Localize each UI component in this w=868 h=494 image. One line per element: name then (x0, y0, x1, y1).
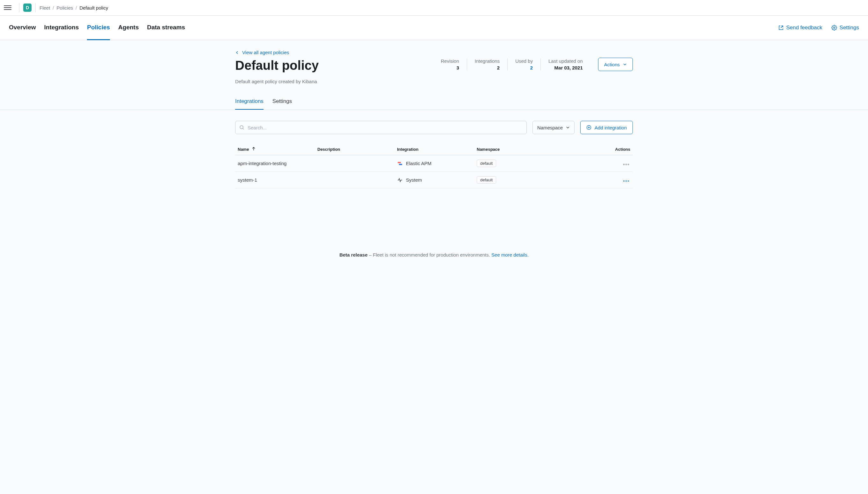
table-row: system-1 System default (235, 172, 633, 188)
settings-label: Settings (840, 24, 859, 31)
meta-integrations: Integrations 2 (467, 58, 508, 71)
meta-value: 2 (475, 65, 500, 71)
nav-bar: Overview Integrations Policies Agents Da… (0, 16, 868, 40)
svg-point-1 (240, 126, 243, 129)
sub-tab-settings[interactable]: Settings (272, 94, 292, 110)
tab-data-streams[interactable]: Data streams (147, 16, 185, 40)
add-integration-button[interactable]: Add integration (580, 121, 633, 134)
nav-tabs: Overview Integrations Policies Agents Da… (9, 16, 185, 40)
search-icon (239, 125, 245, 130)
top-bar: D Fleet / Policies / Default policy (0, 0, 868, 16)
search-input[interactable] (248, 125, 523, 130)
back-link[interactable]: View all agent policies (235, 50, 633, 55)
cell-actions (601, 155, 633, 172)
breadcrumb-current: Default policy (79, 5, 108, 11)
sub-tab-integrations[interactable]: Integrations (235, 94, 264, 110)
more-actions-icon[interactable] (622, 179, 630, 183)
meta-value: 3 (441, 65, 459, 71)
tab-overview[interactable]: Overview (9, 16, 36, 40)
cell-name: system-1 (235, 172, 315, 188)
cell-description (315, 155, 394, 172)
table-row: apm-integration-testing Elastic APM defa… (235, 155, 633, 172)
breadcrumb-item[interactable]: Fleet (39, 5, 50, 11)
meta-label: Used by (515, 58, 533, 64)
chevron-left-icon (235, 51, 239, 55)
cell-name: apm-integration-testing (235, 155, 315, 172)
namespace-badge: default (477, 160, 496, 167)
gear-icon (831, 25, 837, 31)
breadcrumb: Fleet / Policies / Default policy (39, 5, 108, 11)
settings-link[interactable]: Settings (831, 24, 859, 31)
meta-label: Last updated on (548, 58, 583, 64)
namespace-filter-button[interactable]: Namespace (533, 121, 575, 134)
cell-actions (601, 172, 633, 188)
send-feedback-link[interactable]: Send feedback (778, 24, 822, 31)
tab-integrations[interactable]: Integrations (44, 16, 79, 40)
meta-label: Integrations (475, 58, 500, 64)
cell-integration-label: System (406, 177, 422, 183)
breadcrumb-separator: / (53, 5, 54, 11)
add-integration-label: Add integration (595, 125, 627, 130)
footer-strong: Beta release (339, 252, 367, 258)
meta-value: Mar 03, 2021 (548, 65, 583, 71)
actions-button[interactable]: Actions (598, 58, 633, 71)
sort-asc-icon (252, 147, 255, 151)
cell-integration: Elastic APM (394, 155, 474, 172)
plus-circle-icon (586, 125, 592, 130)
breadcrumb-item[interactable]: Policies (57, 5, 73, 11)
send-feedback-label: Send feedback (786, 24, 822, 31)
meta-block: Revision 3 Integrations 2 Used by 2 Last… (433, 58, 633, 71)
page-subtitle: Default agent policy created by Kibana (235, 79, 633, 84)
breadcrumb-separator: / (76, 5, 77, 11)
page-header: Default policy Revision 3 Integrations 2… (235, 58, 633, 73)
cell-description (315, 172, 394, 188)
search-box[interactable] (235, 121, 527, 134)
chevron-down-icon (623, 62, 627, 66)
divider (19, 3, 19, 12)
namespace-filter-label: Namespace (537, 125, 563, 130)
hamburger-menu-icon[interactable] (4, 4, 12, 12)
space-badge[interactable]: D (23, 3, 32, 12)
footer-note: Beta release – Fleet is not recommended … (235, 246, 633, 264)
system-integration-icon (397, 177, 403, 183)
more-actions-icon[interactable] (622, 163, 630, 166)
cell-namespace: default (474, 172, 601, 188)
actions-label: Actions (604, 62, 620, 67)
divider (35, 3, 36, 12)
meta-value-link[interactable]: 2 (515, 65, 533, 71)
tab-agents[interactable]: Agents (118, 16, 139, 40)
cell-integration: System (394, 172, 474, 188)
svg-rect-4 (399, 164, 402, 165)
cell-namespace: default (474, 155, 601, 172)
sub-tabs: Integrations Settings (0, 94, 868, 110)
svg-rect-3 (398, 162, 401, 163)
apm-integration-icon (397, 160, 403, 166)
meta-updated: Last updated on Mar 03, 2021 (541, 58, 591, 71)
page-title: Default policy (235, 58, 319, 73)
meta-label: Revision (441, 58, 459, 64)
meta-usedby: Used by 2 (508, 58, 541, 71)
toolbar: Namespace Add integration (235, 121, 633, 134)
column-integration[interactable]: Integration (394, 144, 474, 155)
cell-integration-label: Elastic APM (406, 160, 431, 166)
column-name-label: Name (238, 147, 249, 152)
footer-link[interactable]: See more details. (491, 252, 529, 258)
popout-icon (778, 25, 784, 30)
footer-text: – Fleet is not recommended for productio… (368, 252, 492, 258)
page-body: View all agent policies Default policy R… (0, 40, 868, 494)
tab-policies[interactable]: Policies (87, 16, 110, 40)
back-link-label: View all agent policies (242, 50, 289, 55)
column-namespace[interactable]: Namespace (474, 144, 601, 155)
namespace-badge: default (477, 176, 496, 184)
meta-revision: Revision 3 (433, 58, 467, 71)
svg-point-0 (833, 27, 835, 29)
column-actions: Actions (601, 144, 633, 155)
chevron-down-icon (566, 126, 570, 129)
column-description[interactable]: Description (315, 144, 394, 155)
column-name[interactable]: Name (235, 144, 315, 155)
integrations-table: Name Description Integration Namespace A… (235, 144, 633, 188)
